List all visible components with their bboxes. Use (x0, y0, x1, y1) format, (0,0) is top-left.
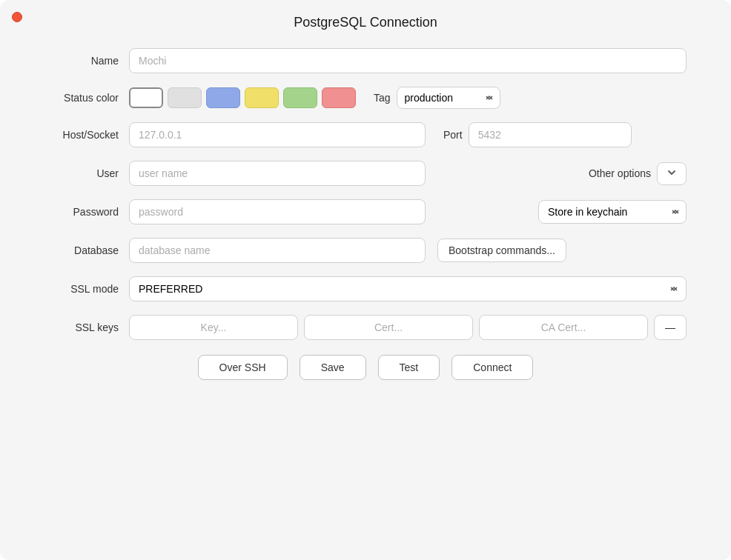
host-label: Host/Socket (44, 129, 119, 141)
password-row: Password Store in keychain Ask always Ne… (44, 199, 687, 224)
database-input[interactable] (129, 238, 426, 263)
user-label: User (44, 167, 119, 179)
chevron-down-icon (666, 167, 677, 180)
host-row: Host/Socket Port (44, 122, 687, 147)
store-keychain-select[interactable]: Store in keychain Ask always Never save (538, 200, 687, 224)
password-label: Password (44, 206, 119, 218)
ssl-keys-label: SSL keys (44, 321, 119, 333)
status-color-label: Status color (44, 92, 119, 104)
tag-select[interactable]: production staging development local (397, 87, 500, 109)
window: PostgreSQL Connection Name Status color … (0, 0, 731, 560)
connection-form: Name Status color Tag production staging… (0, 42, 731, 395)
password-input[interactable] (129, 199, 426, 224)
ssl-key-button[interactable]: Key... (129, 315, 298, 340)
other-options-label: Other options (589, 167, 651, 179)
swatch-white[interactable] (129, 87, 163, 108)
host-input[interactable] (129, 122, 426, 147)
port-group: Port (443, 122, 632, 147)
database-row: Database Bootstrap commands... (44, 238, 687, 263)
database-label: Database (44, 244, 119, 256)
port-input[interactable] (469, 122, 632, 147)
ssl-dash-button[interactable]: — (654, 315, 687, 340)
user-row: User Other options (44, 161, 687, 186)
color-swatches (129, 87, 356, 108)
connect-button[interactable]: Connect (452, 355, 533, 380)
tag-group: Tag production staging development local (374, 87, 500, 109)
swatch-yellow[interactable] (245, 87, 279, 108)
name-row: Name (44, 48, 687, 73)
swatch-green[interactable] (283, 87, 317, 108)
name-label: Name (44, 55, 119, 67)
window-title: PostgreSQL Connection (0, 0, 731, 42)
over-ssh-button[interactable]: Over SSH (198, 355, 288, 380)
ssl-cert-button[interactable]: Cert... (304, 315, 473, 340)
ssl-ca-cert-button[interactable]: CA Cert... (479, 315, 648, 340)
ssl-keys-row: SSL keys Key... Cert... CA Cert... — (44, 315, 687, 340)
port-label: Port (443, 129, 463, 141)
ssl-keys-group: Key... Cert... CA Cert... (129, 315, 648, 340)
ssl-mode-row: SSL mode PREFERRED REQUIRED DISABLED VER… (44, 276, 687, 301)
tag-label: Tag (374, 92, 391, 104)
user-input[interactable] (129, 161, 426, 186)
ssl-mode-select[interactable]: PREFERRED REQUIRED DISABLED VERIFY-CA VE… (129, 276, 687, 301)
action-buttons: Over SSH Save Test Connect (44, 355, 687, 380)
status-color-row: Status color Tag production staging deve… (44, 87, 687, 109)
swatch-blue[interactable] (206, 87, 240, 108)
test-button[interactable]: Test (378, 355, 440, 380)
ssl-mode-label: SSL mode (44, 283, 119, 295)
other-options-button[interactable] (657, 162, 687, 185)
swatch-gray[interactable] (168, 87, 202, 108)
save-button[interactable]: Save (300, 355, 366, 380)
close-button[interactable] (12, 12, 22, 22)
name-input[interactable] (129, 48, 687, 73)
bootstrap-commands-button[interactable]: Bootstrap commands... (437, 239, 566, 262)
swatch-pink[interactable] (322, 87, 356, 108)
